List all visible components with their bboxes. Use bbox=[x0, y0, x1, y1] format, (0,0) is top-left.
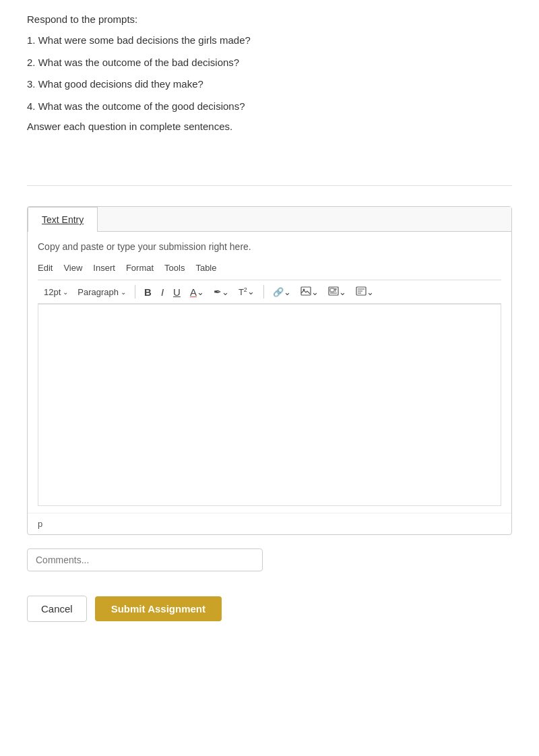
prompt-note: Answer each question in complete sentenc… bbox=[27, 121, 512, 132]
highlight-group: ✒ ⌄ bbox=[210, 285, 232, 298]
superscript-button[interactable]: T2 ⌄ bbox=[235, 285, 258, 298]
link-chevron: ⌄ bbox=[284, 288, 291, 296]
font-size-select[interactable]: 12pt ⌄ bbox=[40, 285, 71, 299]
font-color-icon: A bbox=[190, 287, 197, 297]
menu-view[interactable]: View bbox=[63, 263, 82, 273]
status-bar: p bbox=[28, 513, 511, 534]
submission-area: Text Entry Copy and paste or type your s… bbox=[27, 206, 512, 535]
prompt-item-1: 1. What were some bad decisions the girl… bbox=[27, 33, 512, 49]
superscript-icon: T2 bbox=[239, 287, 247, 296]
image-group: ⌄ bbox=[297, 284, 322, 299]
menu-edit[interactable]: Edit bbox=[38, 263, 53, 273]
link-button[interactable]: 🔗 ⌄ bbox=[270, 286, 294, 298]
font-color-chevron: ⌄ bbox=[197, 288, 204, 296]
link-group: 🔗 ⌄ bbox=[270, 286, 294, 298]
paragraph-group: Paragraph ⌄ bbox=[74, 285, 129, 299]
tab-text-entry[interactable]: Text Entry bbox=[28, 207, 98, 232]
tabs-bar: Text Entry bbox=[28, 207, 511, 232]
media-button[interactable]: ⌄ bbox=[325, 284, 350, 299]
comments-area bbox=[27, 548, 512, 578]
submit-button[interactable]: Submit Assignment bbox=[95, 596, 222, 621]
media-group: ⌄ bbox=[325, 284, 350, 299]
media-chevron: ⌄ bbox=[339, 288, 346, 296]
prompt-section: Respond to the prompts: 1. What were som… bbox=[27, 13, 512, 132]
highlight-button[interactable]: ✒ ⌄ bbox=[210, 285, 232, 298]
font-size-group: 12pt ⌄ bbox=[40, 285, 71, 299]
prompt-item-3: 3. What good decisions did they make? bbox=[27, 77, 512, 92]
menu-insert[interactable]: Insert bbox=[93, 263, 115, 273]
page-wrapper: Respond to the prompts: 1. What were som… bbox=[27, 13, 512, 632]
editor-container: Copy and paste or type your submission r… bbox=[28, 232, 511, 513]
editor-hint: Copy and paste or type your submission r… bbox=[38, 239, 501, 255]
prompt-item-4: 4. What was the outcome of the good deci… bbox=[27, 99, 512, 115]
font-color-button[interactable]: A ⌄ bbox=[187, 285, 208, 299]
prompt-intro: Respond to the prompts: bbox=[27, 13, 512, 25]
image-button[interactable]: ⌄ bbox=[297, 284, 322, 299]
prompt-item-2: 2. What was the outcome of the bad decis… bbox=[27, 55, 512, 71]
link-icon: 🔗 bbox=[273, 288, 284, 296]
italic-button[interactable]: I bbox=[158, 285, 167, 299]
actions-bar: Cancel Submit Assignment bbox=[27, 589, 512, 632]
status-tag: p bbox=[38, 519, 42, 529]
bold-button[interactable]: B bbox=[141, 285, 155, 299]
svg-rect-0 bbox=[301, 287, 311, 295]
paragraph-chevron: ⌄ bbox=[121, 288, 126, 296]
editor-body[interactable] bbox=[38, 304, 501, 506]
superscript-group: T2 ⌄ bbox=[235, 285, 258, 298]
underline-button[interactable]: U bbox=[170, 285, 184, 299]
superscript-chevron: ⌄ bbox=[247, 287, 255, 296]
divider-area bbox=[27, 146, 512, 186]
toolbar-divider-2 bbox=[263, 285, 264, 298]
highlight-chevron: ⌄ bbox=[222, 288, 229, 296]
embed-icon bbox=[356, 286, 367, 297]
highlight-icon: ✒ bbox=[214, 287, 222, 296]
cancel-button[interactable]: Cancel bbox=[27, 596, 87, 622]
paragraph-select[interactable]: Paragraph ⌄ bbox=[74, 285, 129, 299]
embed-group: ⌄ bbox=[352, 284, 377, 299]
svg-rect-3 bbox=[330, 288, 334, 292]
embed-chevron: ⌄ bbox=[367, 288, 374, 296]
media-icon bbox=[328, 286, 339, 297]
font-size-chevron: ⌄ bbox=[63, 288, 68, 296]
font-color-group: A ⌄ bbox=[187, 285, 208, 299]
menu-format[interactable]: Format bbox=[126, 263, 154, 273]
menu-table[interactable]: Table bbox=[195, 263, 216, 273]
image-chevron: ⌄ bbox=[311, 288, 319, 296]
editor-toolbar: 12pt ⌄ Paragraph ⌄ B I bbox=[38, 280, 501, 304]
embed-button[interactable]: ⌄ bbox=[352, 284, 377, 299]
toolbar-divider-1 bbox=[135, 285, 135, 298]
image-icon bbox=[300, 286, 311, 297]
comments-input[interactable] bbox=[27, 548, 263, 571]
menu-tools[interactable]: Tools bbox=[164, 263, 185, 273]
editor-menubar: Edit View Insert Format Tools Table bbox=[38, 261, 501, 274]
